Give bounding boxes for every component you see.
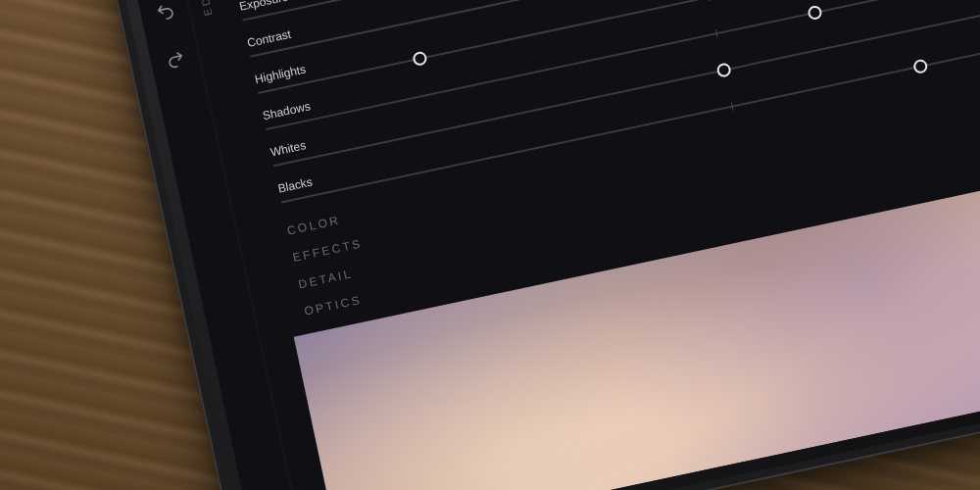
undo-icon[interactable] <box>151 0 178 25</box>
optics-section-label: OPTICS <box>303 293 363 318</box>
app-screen: ••• <box>117 0 980 490</box>
edits-tab-label: EDITS <box>193 0 215 17</box>
edit-panel: AUTO ▼ LIGHT ▼ Exposure 0.00 <box>207 0 980 490</box>
tablet-device: ••• <box>78 0 980 490</box>
whites-label: Whites <box>270 138 308 159</box>
redo-icon[interactable] <box>161 46 188 74</box>
blacks-label: Blacks <box>276 175 313 196</box>
contrast-label: Contrast <box>246 27 292 50</box>
